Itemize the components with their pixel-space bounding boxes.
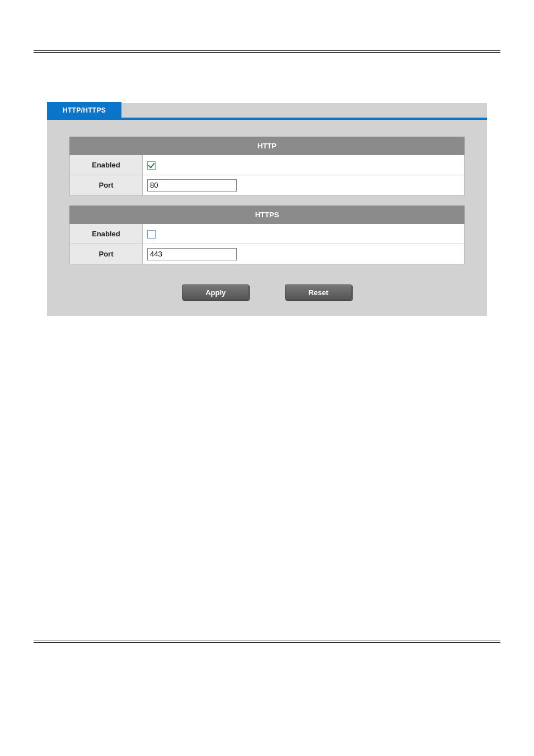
apply-button[interactable]: Apply xyxy=(182,284,249,300)
https-port-label: Port xyxy=(70,244,143,264)
http-enabled-cell xyxy=(143,155,465,175)
https-enabled-cell xyxy=(143,224,465,244)
http-port-label: Port xyxy=(70,175,143,195)
http-section-header: HTTP xyxy=(70,137,465,155)
tab-bar: HTTP/HTTPS xyxy=(47,103,487,120)
http-section: HTTP Enabled Port xyxy=(69,137,465,195)
http-port-cell xyxy=(143,175,465,195)
https-port-input[interactable] xyxy=(147,248,237,260)
http-enabled-checkbox[interactable] xyxy=(147,161,156,170)
https-port-cell xyxy=(143,244,465,264)
https-enabled-checkbox[interactable] xyxy=(147,230,156,239)
reset-button[interactable]: Reset xyxy=(285,284,352,300)
buttons-row: Apply Reset xyxy=(69,274,465,300)
https-section: HTTPS Enabled Port xyxy=(69,206,465,264)
http-https-panel: HTTP/HTTPS HTTP Enabled Port xyxy=(47,103,487,316)
http-enabled-label: Enabled xyxy=(70,155,143,175)
page-bottom-rule xyxy=(34,641,500,643)
tab-http-https[interactable]: HTTP/HTTPS xyxy=(47,102,121,118)
https-section-header: HTTPS xyxy=(70,206,465,224)
https-enabled-label: Enabled xyxy=(70,224,143,244)
http-port-input[interactable] xyxy=(147,179,237,192)
